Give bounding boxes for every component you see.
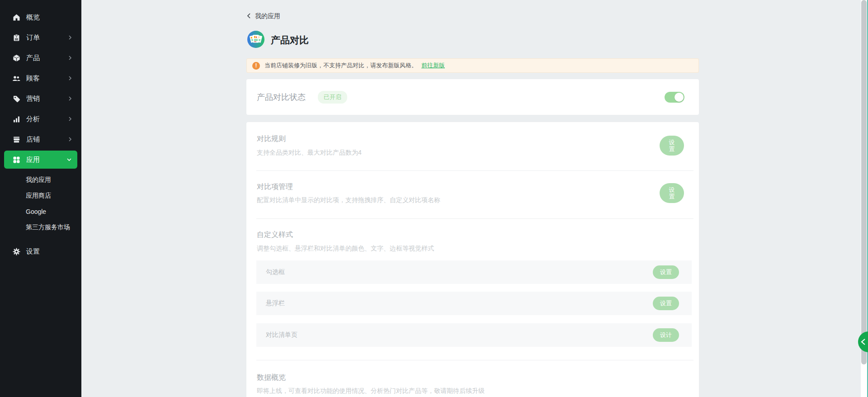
section-title-data-overview: 数据概览 bbox=[257, 373, 286, 383]
divider bbox=[256, 218, 693, 219]
floating-bar-settings-button[interactable]: 设置 bbox=[653, 297, 679, 310]
section-subtitle-compare-items: 配置对比清单中显示的对比项，支持拖拽排序、自定义对比项名称 bbox=[257, 196, 440, 204]
chevron-right-icon bbox=[68, 55, 72, 61]
sidebar-item-marketing[interactable]: 营销 bbox=[4, 90, 77, 108]
sidebar-subitem-app-store[interactable]: 应用商店 bbox=[0, 188, 81, 203]
apps-icon bbox=[12, 156, 20, 164]
status-toggle[interactable] bbox=[665, 92, 684, 103]
subitem-label: 第三方服务市场 bbox=[26, 223, 70, 232]
sidebar-item-orders[interactable]: 订单 bbox=[4, 28, 77, 47]
divider bbox=[256, 170, 693, 171]
warning-text: 当前店铺装修为旧版，不支持产品对比，请发布新版风格。 bbox=[264, 61, 417, 70]
warning-icon: ! bbox=[252, 62, 260, 70]
page-title: 产品对比 bbox=[271, 34, 309, 47]
chevron-left-icon bbox=[246, 13, 251, 20]
sidebar-subitem-third-party-market[interactable]: 第三方服务市场 bbox=[0, 219, 81, 235]
settings-card: 对比规则 支持全品类对比、最大对比产品数为4 设置 对比项管理 配置对比清单中显… bbox=[246, 122, 699, 397]
chevron-right-icon bbox=[68, 116, 72, 122]
compare-rules-settings-button[interactable]: 设置 bbox=[660, 136, 684, 156]
sidebar-item-label: 产品 bbox=[26, 54, 40, 62]
style-row-compare-list-page: 对比清单页 设计 bbox=[256, 323, 692, 347]
row-label: 悬浮栏 bbox=[266, 299, 285, 307]
sidebar: 概览 订单 产品 顾客 营销 bbox=[0, 0, 81, 397]
apps-submenu: 我的应用 应用商店 Google 第三方服务市场 bbox=[0, 171, 81, 235]
app-logo-icon bbox=[247, 31, 264, 50]
back-link[interactable]: 我的应用 bbox=[246, 12, 280, 20]
chevron-left-icon bbox=[860, 338, 866, 345]
chevron-right-icon bbox=[68, 76, 72, 81]
sidebar-item-customers[interactable]: 顾客 bbox=[4, 69, 77, 87]
home-icon bbox=[12, 13, 20, 21]
gear-icon bbox=[12, 247, 20, 255]
customers-icon bbox=[12, 74, 20, 82]
sidebar-item-store[interactable]: 店铺 bbox=[4, 130, 77, 148]
analytics-icon bbox=[12, 115, 20, 123]
sidebar-item-settings[interactable]: 设置 bbox=[4, 242, 77, 260]
sidebar-item-label: 订单 bbox=[26, 33, 40, 42]
section-subtitle-custom-style: 调整勾选框、悬浮栏和对比清单的颜色、文字、边框等视觉样式 bbox=[257, 245, 434, 253]
status-badge: 已开启 bbox=[318, 91, 347, 104]
subitem-label: Google bbox=[26, 208, 46, 215]
sidebar-item-overview[interactable]: 概览 bbox=[4, 8, 77, 26]
row-label: 勾选框 bbox=[266, 268, 285, 276]
subitem-label: 我的应用 bbox=[26, 176, 51, 184]
compare-list-design-button[interactable]: 设计 bbox=[653, 328, 679, 342]
compare-items-settings-button[interactable]: 设置 bbox=[660, 183, 684, 203]
orders-icon bbox=[12, 33, 20, 42]
section-subtitle-compare-rules: 支持全品类对比、最大对比产品数为4 bbox=[257, 149, 362, 157]
section-title-custom-style: 自定义样式 bbox=[257, 230, 293, 240]
sidebar-item-label: 概览 bbox=[26, 13, 40, 22]
status-card: 产品对比状态 已开启 bbox=[246, 79, 699, 115]
style-row-floating-bar: 悬浮栏 设置 bbox=[256, 292, 692, 315]
sidebar-subitem-my-apps[interactable]: 我的应用 bbox=[0, 172, 81, 188]
chevron-right-icon bbox=[68, 35, 72, 40]
main-area: 我的应用 bbox=[81, 0, 868, 397]
products-icon bbox=[12, 54, 20, 62]
sidebar-item-apps[interactable]: 应用 bbox=[4, 151, 77, 169]
sidebar-item-analytics[interactable]: 分析 bbox=[4, 110, 77, 128]
section-subtitle-data-overview: 即将上线，可查看对比功能的使用情况、分析热门对比产品等，敬请期待后续升级 bbox=[257, 387, 485, 395]
scrollbar-thumb[interactable] bbox=[861, 0, 867, 364]
status-title: 产品对比状态 bbox=[257, 92, 306, 103]
section-title-compare-items: 对比项管理 bbox=[257, 182, 293, 192]
sidebar-item-label: 店铺 bbox=[26, 135, 40, 144]
back-label: 我的应用 bbox=[255, 12, 280, 20]
go-new-version-link[interactable]: 前往新版 bbox=[421, 61, 445, 70]
sidebar-item-label: 分析 bbox=[26, 115, 40, 123]
subitem-label: 应用商店 bbox=[26, 192, 51, 200]
chevron-down-icon bbox=[66, 158, 72, 161]
toggle-knob bbox=[675, 93, 684, 102]
page-header: 产品对比 bbox=[247, 31, 309, 50]
row-label: 对比清单页 bbox=[266, 331, 297, 339]
sidebar-item-label: 营销 bbox=[26, 95, 40, 103]
section-title-compare-rules: 对比规则 bbox=[257, 134, 286, 144]
sidebar-item-label: 顾客 bbox=[26, 74, 40, 83]
chevron-right-icon bbox=[68, 137, 72, 142]
sidebar-item-label: 设置 bbox=[26, 247, 40, 256]
marketing-icon bbox=[12, 95, 20, 103]
sidebar-item-products[interactable]: 产品 bbox=[4, 49, 77, 67]
sidebar-item-label: 应用 bbox=[26, 156, 40, 164]
sidebar-subitem-google[interactable]: Google bbox=[0, 203, 81, 219]
divider bbox=[256, 360, 693, 360]
warning-banner: ! 当前店铺装修为旧版，不支持产品对比，请发布新版风格。 前往新版 bbox=[246, 58, 699, 73]
store-icon bbox=[12, 135, 20, 143]
chevron-right-icon bbox=[68, 96, 72, 101]
style-row-checkbox: 勾选框 设置 bbox=[256, 260, 692, 284]
checkbox-settings-button[interactable]: 设置 bbox=[653, 265, 679, 279]
